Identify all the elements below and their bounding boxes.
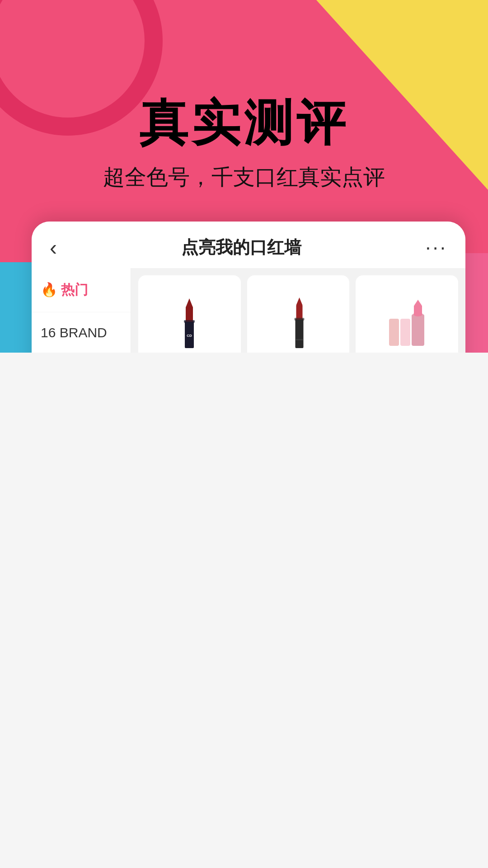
product-row-0: CD DIOR#999正红之王 M.A.C#CHILIMAC家族必败色 DIOR… xyxy=(138,275,458,353)
app-title: 点亮我的口红墙 xyxy=(181,236,301,259)
product-card[interactable]: M.A.C#CHILIMAC家族必败色 xyxy=(247,275,350,353)
hero-section: 真实测评 超全色号，千支口红真实点评 ‹ 点亮我的口红墙 ··· 🔥 热门16 … xyxy=(0,0,488,353)
sidebar: 🔥 热门16 BRAND3CEA'PIEUBBIABOBBI B...BOURJ… xyxy=(32,268,131,353)
back-button[interactable]: ‹ xyxy=(50,237,57,259)
product-image: CD xyxy=(145,283,235,353)
sidebar-item-16brand[interactable]: 16 BRAND xyxy=(32,312,131,353)
product-card[interactable]: CD DIOR#999正红之王 xyxy=(138,275,241,353)
svg-marker-3 xyxy=(186,298,193,307)
hero-subtitle: 超全色号，千支口红真实点评 xyxy=(0,163,488,192)
product-grid: CD DIOR#999正红之王 M.A.C#CHILIMAC家族必败色 DIOR… xyxy=(131,268,465,353)
svg-rect-12 xyxy=(400,319,410,346)
app-content: 🔥 热门16 BRAND3CEA'PIEUBBIABOBBI B...BOURJ… xyxy=(32,268,465,353)
svg-marker-8 xyxy=(296,297,302,305)
svg-rect-13 xyxy=(412,314,424,346)
sidebar-item-hot[interactable]: 🔥 热门 xyxy=(32,268,131,312)
product-image xyxy=(362,283,452,353)
app-card: ‹ 点亮我的口红墙 ··· 🔥 热门16 BRAND3CEA'PIEUBBIAB… xyxy=(32,222,465,353)
hero-title: 真实测评 xyxy=(0,90,488,156)
svg-rect-1 xyxy=(186,307,193,322)
svg-rect-11 xyxy=(389,319,399,346)
svg-rect-15 xyxy=(414,305,422,315)
more-button[interactable]: ··· xyxy=(425,241,447,253)
app-header: ‹ 点亮我的口红墙 ··· xyxy=(32,222,465,268)
product-card[interactable]: DIOR#001人手必备 xyxy=(356,275,458,353)
product-image xyxy=(253,283,343,353)
svg-rect-6 xyxy=(295,319,303,348)
svg-rect-9 xyxy=(294,318,304,321)
svg-marker-16 xyxy=(414,300,422,305)
svg-rect-7 xyxy=(296,305,302,320)
svg-text:CD: CD xyxy=(187,334,192,338)
svg-rect-10 xyxy=(296,339,303,340)
svg-rect-4 xyxy=(184,320,195,323)
